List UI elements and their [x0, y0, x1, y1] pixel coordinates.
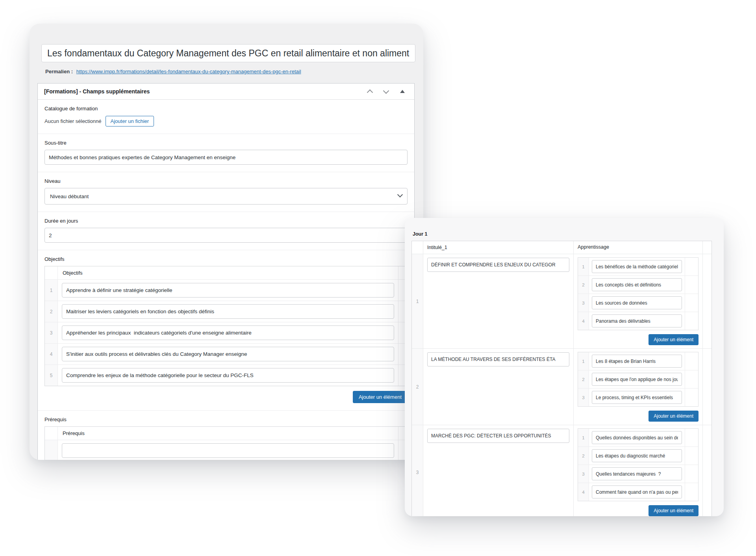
apprentissage-row: 1 [578, 352, 698, 370]
row-actions-column [685, 465, 698, 483]
objectif-input[interactable] [62, 368, 394, 383]
jour1-label: Jour 1 [413, 231, 724, 237]
page-background: Permalien : https://www.impp.fr/formatio… [0, 0, 756, 556]
row-number: 3 [412, 425, 423, 516]
row-number: 1 [45, 280, 58, 301]
row-number: 2 [578, 447, 589, 465]
apprentissage-input[interactable] [592, 391, 682, 404]
move-down-icon[interactable] [383, 87, 389, 94]
row-actions-column [685, 294, 698, 312]
permalink-label: Permalien : [45, 69, 73, 74]
row-actions-column [685, 258, 698, 275]
apprentissage-input[interactable] [592, 467, 682, 480]
intitule-input[interactable] [427, 258, 569, 272]
objectifs-footer: Ajouter un élément [44, 391, 408, 403]
apprentissage-input[interactable] [592, 373, 682, 386]
jour1-panel: Jour 1 Intitulé_1 Apprentissage 1 1 [405, 218, 724, 516]
row-number: 4 [45, 344, 58, 364]
prerequis-row [45, 440, 407, 460]
objectif-input[interactable] [62, 304, 394, 319]
sous-titre-input[interactable] [44, 150, 408, 165]
apprentissage-input[interactable] [592, 355, 682, 368]
add-element-button[interactable]: Ajouter un élément [649, 334, 699, 345]
field-objectifs: Objectifs Objectifs 1 [38, 250, 414, 411]
intitule-input[interactable] [427, 352, 569, 366]
apprentissage-row: 1 [578, 258, 698, 275]
formations-metabox: [Formations] - Champs supplémentaires Ca… [37, 83, 415, 460]
objectif-row: 4 [45, 343, 407, 364]
prerequis-input[interactable] [62, 443, 394, 458]
duree-label: Durée en jours [44, 218, 408, 224]
row-actions-column [702, 254, 712, 348]
prerequis-header-row: Prérequis [45, 427, 407, 440]
apprentissage-row: 2 [578, 370, 698, 388]
field-duree: Durée en jours [38, 212, 414, 250]
row-number: 2 [578, 370, 589, 388]
apprentissage-table: 1 2 3 [578, 352, 699, 407]
apprentissage-row: 3 [578, 294, 698, 312]
jour1-row: 3 1 2 [412, 425, 712, 516]
apprentissage-row: 3 [578, 465, 698, 483]
order-column-header [412, 241, 423, 254]
intitule-input[interactable] [427, 429, 569, 443]
row-number: 3 [578, 389, 589, 406]
apprentissage-input[interactable] [592, 449, 682, 462]
row-number: 1 [578, 352, 589, 370]
field-sous-titre: Sous-titre [38, 134, 414, 172]
post-editor-panel: Permalien : https://www.impp.fr/formatio… [30, 24, 423, 460]
row-actions-column [685, 352, 698, 370]
objectif-input[interactable] [62, 325, 394, 340]
row-number: 1 [412, 254, 423, 348]
row-number: 1 [578, 258, 589, 275]
prerequis-column-header: Prérequis [58, 427, 398, 440]
row-number: 2 [412, 349, 423, 425]
objectifs-column-header: Objectifs [58, 266, 398, 279]
jour1-row: 2 1 2 [412, 348, 712, 425]
row-number: 3 [578, 294, 589, 312]
row-number: 4 [578, 483, 589, 501]
objectif-row: 5 [45, 364, 407, 386]
row-actions-column [685, 429, 698, 446]
prerequis-label: Prérequis [44, 417, 408, 422]
row-actions-column [685, 312, 698, 330]
apprentissage-input[interactable] [592, 296, 682, 309]
apprentissage-input[interactable] [592, 314, 682, 327]
row-number: 4 [578, 312, 589, 330]
objectif-input[interactable] [62, 283, 394, 298]
add-element-button[interactable]: Ajouter un élément [353, 391, 408, 403]
post-title-input[interactable] [41, 44, 415, 62]
row-number: 3 [578, 465, 589, 483]
apprentissage-row: 3 [578, 388, 698, 406]
apprentissage-input[interactable] [592, 278, 682, 291]
duree-input[interactable] [44, 228, 408, 243]
niveau-selected-value: Niveau débutant [50, 193, 89, 199]
metabox-controls [368, 88, 405, 95]
objectif-row: 3 [45, 322, 407, 343]
niveau-select[interactable]: Niveau débutant [44, 188, 408, 205]
add-element-button[interactable]: Ajouter un élément [649, 411, 699, 422]
niveau-label: Niveau [44, 178, 408, 184]
row-actions-column [685, 276, 698, 294]
add-file-button[interactable]: Ajouter un fichier [106, 116, 154, 126]
row-number: 5 [45, 365, 58, 386]
catalogue-label: Catalogue de formation [44, 106, 408, 112]
objectif-input[interactable] [62, 347, 394, 361]
prerequis-table: Prérequis [44, 426, 408, 460]
collapse-toggle-icon[interactable] [400, 90, 405, 93]
row-actions-column [685, 483, 698, 501]
apprentissage-input[interactable] [592, 431, 682, 444]
move-up-icon[interactable] [367, 89, 373, 96]
row-number: 2 [578, 276, 589, 294]
order-column-header [45, 427, 58, 440]
apprentissage-input[interactable] [592, 485, 682, 498]
apprentissage-table: 1 2 3 [578, 428, 699, 501]
row-number [45, 440, 58, 460]
apprentissage-input[interactable] [592, 260, 682, 273]
apprentissage-row: 2 [578, 275, 698, 294]
add-element-button[interactable]: Ajouter un élément [649, 505, 699, 516]
chevron-down-icon [397, 192, 403, 197]
row-number: 2 [45, 301, 58, 322]
permalink-link[interactable]: https://www.impp.fr/formations/detail/le… [76, 69, 301, 74]
apprentissage-row: 4 [578, 312, 698, 330]
no-file-text: Aucun fichier sélectionné [44, 118, 102, 124]
